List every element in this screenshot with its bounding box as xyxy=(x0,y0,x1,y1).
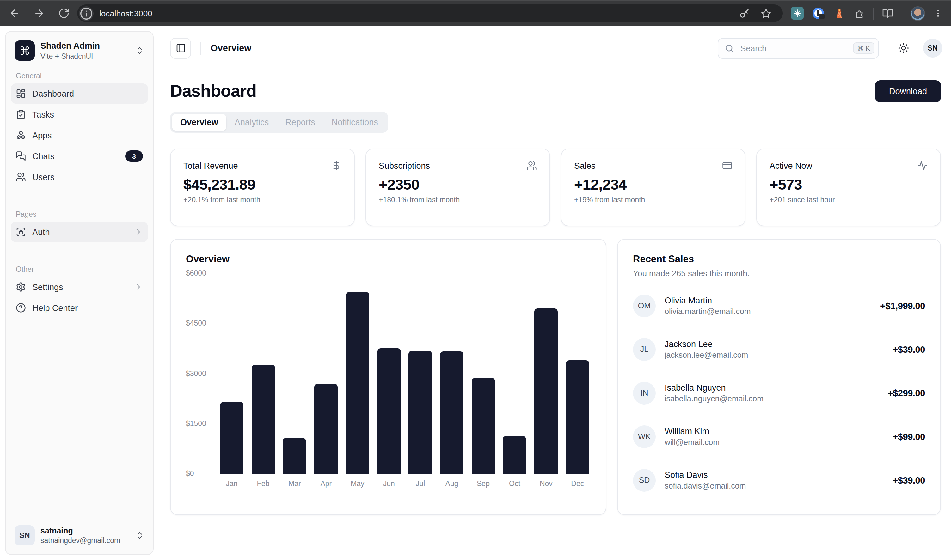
theme-toggle-button[interactable] xyxy=(894,38,913,57)
boxes-icon xyxy=(16,130,26,140)
sidebar-item-apps[interactable]: Apps xyxy=(11,125,148,145)
bar-column-mar: Mar xyxy=(283,274,306,474)
bar xyxy=(220,402,244,474)
x-axis-label: Aug xyxy=(440,480,464,487)
stat-card-active-now: Active Now+573+201 since last hour xyxy=(756,149,941,226)
stat-title: Total Revenue xyxy=(183,161,238,170)
shield-lock-icon xyxy=(16,227,26,237)
page-title: Dashboard xyxy=(170,82,256,101)
credit-card-icon xyxy=(722,160,732,171)
address-bar[interactable]: localhost:3000 xyxy=(77,5,783,22)
bar xyxy=(503,436,526,474)
x-axis-label: Feb xyxy=(251,480,275,487)
x-axis-label: Nov xyxy=(534,480,558,487)
sale-amount: +$39.00 xyxy=(892,475,925,485)
bar xyxy=(566,360,589,474)
star-icon[interactable] xyxy=(761,8,771,18)
browser-nav-buttons xyxy=(0,8,77,19)
sale-amount: +$99.00 xyxy=(892,432,925,442)
reading-list-icon[interactable] xyxy=(882,8,894,19)
overview-chart-card: Overview $6000$4500$3000$1500$0JanFebMar… xyxy=(170,239,606,515)
download-button[interactable]: Download xyxy=(875,80,941,102)
x-axis-label: Dec xyxy=(566,480,589,487)
forward-icon[interactable] xyxy=(34,8,45,19)
bar-column-oct: Oct xyxy=(503,274,526,474)
profile-avatar[interactable] xyxy=(911,6,925,20)
search-field[interactable] xyxy=(739,43,853,54)
menu-dots-icon[interactable] xyxy=(933,8,943,19)
bar xyxy=(440,351,464,474)
reload-icon[interactable] xyxy=(58,8,69,19)
profile-menu-button[interactable]: SN xyxy=(923,38,942,57)
sidebar-item-dashboard[interactable]: Dashboard xyxy=(11,83,148,104)
breadcrumb: Overview xyxy=(211,43,251,53)
sidebar: Shadcn Admin Vite + ShadcnUI GeneralDash… xyxy=(5,31,154,555)
sidebar-item-help-center[interactable]: Help Center xyxy=(11,298,148,318)
site-info-icon[interactable] xyxy=(79,6,94,20)
bar-column-nov: Nov xyxy=(534,274,558,474)
gear-icon xyxy=(16,282,26,292)
sidebar-item-label: Tasks xyxy=(32,110,54,119)
workspace-switcher[interactable]: Shadcn Admin Vite + ShadcnUI xyxy=(11,37,148,65)
sales-list: OMOlivia Martinolivia.martin@email.com+$… xyxy=(633,295,925,492)
sidebar-item-settings[interactable]: Settings xyxy=(11,277,148,297)
x-axis-label: Jan xyxy=(220,480,244,487)
sale-avatar: IN xyxy=(633,382,656,405)
back-icon[interactable] xyxy=(9,8,20,19)
sale-row-olivia-martin: OMOlivia Martinolivia.martin@email.com+$… xyxy=(633,295,925,317)
tab-reports[interactable]: Reports xyxy=(277,114,324,131)
search-icon xyxy=(724,43,734,53)
sale-customer-email: isabella.nguyen@email.com xyxy=(664,394,763,404)
teal-extension-icon[interactable] xyxy=(791,7,804,20)
sidebar-group-label: General xyxy=(16,72,143,80)
users-icon xyxy=(527,160,537,171)
sale-amount: +$299.00 xyxy=(888,388,925,398)
bar xyxy=(534,308,558,474)
sale-customer-email: olivia.martin@email.com xyxy=(664,306,751,317)
bar xyxy=(346,292,369,474)
help-icon xyxy=(16,303,26,313)
sidebar-item-users[interactable]: Users xyxy=(11,167,148,187)
tab-overview[interactable]: Overview xyxy=(172,114,227,131)
sale-avatar: OM xyxy=(633,295,656,317)
sidebar-item-label: Dashboard xyxy=(32,89,74,98)
tab-analytics[interactable]: Analytics xyxy=(227,114,277,131)
chevron-right-icon xyxy=(134,228,143,236)
sale-avatar: SD xyxy=(633,469,656,492)
sale-avatar: JL xyxy=(633,338,656,361)
header-divider xyxy=(200,42,201,55)
bar-chart: $6000$4500$3000$1500$0JanFebMarAprMayJun… xyxy=(186,274,590,501)
sidebar-item-chats[interactable]: Chats3 xyxy=(11,146,148,166)
sidebar-item-label: Help Center xyxy=(32,303,78,312)
stat-value: +2350 xyxy=(379,176,537,194)
stat-change: +19% from last month xyxy=(574,196,732,203)
tab-notifications[interactable]: Notifications xyxy=(324,114,386,131)
command-icon xyxy=(15,40,35,61)
y-axis-tick: $3000 xyxy=(186,369,211,377)
sidebar-item-tasks[interactable]: Tasks xyxy=(11,104,148,125)
stat-value: +12,234 xyxy=(574,176,732,194)
bar xyxy=(472,378,495,474)
stat-title: Subscriptions xyxy=(379,161,430,170)
lighthouse-icon[interactable] xyxy=(833,7,845,20)
bar xyxy=(377,348,401,474)
sidebar-item-label: Apps xyxy=(32,131,52,140)
password-manager-icon[interactable] xyxy=(812,7,825,20)
bar-column-apr: Apr xyxy=(314,274,338,474)
stat-change: +180.1% from last month xyxy=(379,196,537,203)
sidebar-toggle-button[interactable] xyxy=(170,38,191,58)
chats-count-badge: 3 xyxy=(125,151,143,162)
x-axis-label: Mar xyxy=(283,480,306,487)
chevrons-up-down-icon xyxy=(135,46,144,55)
x-axis-label: May xyxy=(346,480,369,487)
recent-sales-card: Recent Sales You made 265 sales this mon… xyxy=(617,239,941,515)
sale-row-jackson-lee: JLJackson Leejackson.lee@email.com+$39.0… xyxy=(633,338,925,361)
app-header: Overview ⌘ K SN xyxy=(154,26,951,70)
sidebar-user-menu[interactable]: SN satnaing satnaingdev@gmail.com xyxy=(11,522,148,549)
bar xyxy=(314,384,338,474)
sidebar-item-auth[interactable]: Auth xyxy=(11,222,148,242)
puzzle-icon[interactable] xyxy=(854,8,865,19)
key-icon[interactable] xyxy=(739,8,750,18)
user-email: satnaingdev@gmail.com xyxy=(40,536,135,545)
search-input[interactable]: ⌘ K xyxy=(718,38,879,58)
